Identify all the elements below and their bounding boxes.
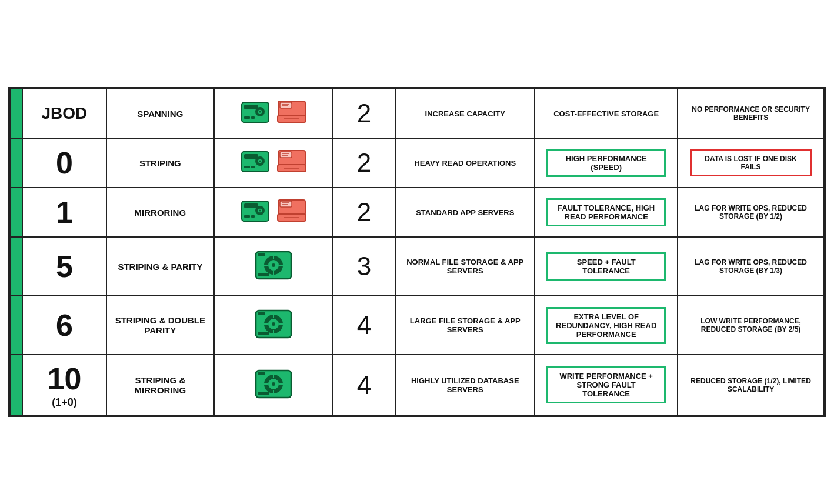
svg-rect-34 xyxy=(251,215,255,218)
raid-level: 1 xyxy=(22,188,106,237)
svg-rect-20 xyxy=(251,166,255,168)
svg-rect-29 xyxy=(244,203,258,208)
raid-number: 5 xyxy=(56,249,73,283)
svg-point-55 xyxy=(272,322,275,326)
svg-point-65 xyxy=(272,382,275,386)
raid-number: 10 xyxy=(48,362,82,396)
hdd-green-icon xyxy=(239,96,271,131)
svg-rect-61 xyxy=(258,312,265,315)
svg-rect-8 xyxy=(280,102,292,108)
pros: SPEED + FAULT TOLERANCE xyxy=(535,237,678,296)
svg-rect-51 xyxy=(258,253,265,256)
svg-rect-19 xyxy=(244,166,250,168)
hdd-salmon-icon xyxy=(276,146,308,180)
svg-rect-36 xyxy=(280,201,292,207)
svg-point-4 xyxy=(259,111,261,113)
pros-box: HIGH PERFORMANCE (SPEED) xyxy=(546,149,665,177)
use-case: INCREASE CAPACITY xyxy=(395,89,535,138)
raid-type: MIRRORING xyxy=(106,188,215,237)
accent-bar xyxy=(10,138,22,188)
disk-group xyxy=(219,302,327,348)
raid-level: JBOD xyxy=(22,89,106,138)
cons: NO PERFORMANCE OR SECURITY BENEFITS xyxy=(678,89,824,138)
hdd-salmon-icon xyxy=(276,195,308,229)
hdd-large-icon xyxy=(253,303,294,347)
use-case: LARGE FILE STORAGE & APP SERVERS xyxy=(395,296,535,355)
pros: HIGH PERFORMANCE (SPEED) xyxy=(535,138,678,188)
pros: COST-EFFECTIVE STORAGE xyxy=(535,89,678,138)
pros-box: SPEED + FAULT TOLERANCE xyxy=(546,252,665,281)
use-case: NORMAL FILE STORAGE & APP SERVERS xyxy=(395,237,535,296)
disk-group xyxy=(219,243,327,289)
svg-rect-71 xyxy=(258,372,265,375)
svg-rect-33 xyxy=(244,215,250,218)
raid-level: 10(1+0) xyxy=(22,355,106,415)
svg-rect-50 xyxy=(258,273,269,276)
cons: DATA IS LOST IF ONE DISK FAILS xyxy=(678,138,824,188)
disk-icons xyxy=(214,188,332,237)
pros: FAULT TOLERANCE, HIGH READ PERFORMANCE xyxy=(535,188,678,237)
svg-rect-70 xyxy=(258,392,269,395)
raid-type: STRIPING xyxy=(106,138,215,188)
raid-number: 0 xyxy=(56,146,73,180)
accent-bar xyxy=(10,188,22,237)
hdd-salmon-icon xyxy=(276,96,308,131)
disk-group xyxy=(219,194,327,231)
min-disks: 4 xyxy=(333,296,396,355)
accent-bar xyxy=(10,296,22,355)
pros-box: WRITE PERFORMANCE + STRONG FAULT TOLERAN… xyxy=(546,366,665,403)
svg-rect-60 xyxy=(258,332,269,335)
svg-point-18 xyxy=(259,161,261,162)
svg-rect-1 xyxy=(244,105,258,109)
min-disks: 2 xyxy=(333,89,396,138)
min-disks: 2 xyxy=(333,138,396,188)
hdd-green-icon xyxy=(239,195,271,229)
svg-rect-22 xyxy=(280,152,292,158)
hdd-green-icon xyxy=(239,146,271,180)
pros: WRITE PERFORMANCE + STRONG FAULT TOLERAN… xyxy=(535,355,678,415)
raid-level: 6 xyxy=(22,296,106,355)
svg-point-45 xyxy=(272,263,275,267)
raid-comparison-table: JBODSPANNING 2INCREASE CAPACITYCOST-EFFE… xyxy=(8,87,826,417)
pros: EXTRA LEVEL OF REDUNDANCY, HIGH READ PER… xyxy=(535,296,678,355)
raid-number: 1 xyxy=(56,195,73,229)
cons: LOW WRITE PERFORMANCE, REDUCED STORAGE (… xyxy=(678,296,824,355)
disk-icons xyxy=(214,89,332,138)
raid-number: 6 xyxy=(56,308,73,342)
disk-icons xyxy=(214,355,332,415)
grid: JBODSPANNING 2INCREASE CAPACITYCOST-EFFE… xyxy=(9,88,825,416)
min-disks: 2 xyxy=(333,188,396,237)
raid-type: SPANNING xyxy=(106,89,215,138)
use-case: HIGHLY UTILIZED DATABASE SERVERS xyxy=(395,355,535,415)
min-disks: 4 xyxy=(333,355,396,415)
cons: REDUCED STORAGE (1/2), LIMITED SCALABILI… xyxy=(678,355,824,415)
raid-type: STRIPING & MIRRORING xyxy=(106,355,215,415)
svg-rect-6 xyxy=(251,116,255,119)
svg-rect-5 xyxy=(244,116,250,119)
min-disks: 3 xyxy=(333,237,396,296)
raid-level: 5 xyxy=(22,237,106,296)
accent-bar xyxy=(10,355,22,415)
raid-number: JBOD xyxy=(42,104,88,122)
disk-icons xyxy=(214,237,332,296)
pros-box: EXTRA LEVEL OF REDUNDANCY, HIGH READ PER… xyxy=(546,307,665,344)
accent-bar xyxy=(10,89,22,138)
use-case: STANDARD APP SERVERS xyxy=(395,188,535,237)
disk-group xyxy=(219,362,327,408)
pros-box: FAULT TOLERANCE, HIGH READ PERFORMANCE xyxy=(546,198,665,226)
cons: LAG FOR WRITE OPS, REDUCED STORAGE (BY 1… xyxy=(678,237,824,296)
raid-type: STRIPING & PARITY xyxy=(106,237,215,296)
disk-icons xyxy=(214,138,332,188)
disk-icons xyxy=(214,296,332,355)
use-case: HEAVY READ OPERATIONS xyxy=(395,138,535,188)
raid-sub: (1+0) xyxy=(28,396,101,409)
hdd-large-icon xyxy=(253,363,294,407)
svg-point-32 xyxy=(259,210,261,212)
cons-box: DATA IS LOST IF ONE DISK FAILS xyxy=(690,149,812,176)
svg-rect-15 xyxy=(244,154,258,159)
cons: LAG FOR WRITE OPS, REDUCED STORAGE (BY 1… xyxy=(678,188,824,237)
raid-type: STRIPING & DOUBLE PARITY xyxy=(106,296,215,355)
hdd-large-icon xyxy=(253,245,294,288)
disk-group xyxy=(219,145,327,181)
disk-group xyxy=(219,95,327,132)
